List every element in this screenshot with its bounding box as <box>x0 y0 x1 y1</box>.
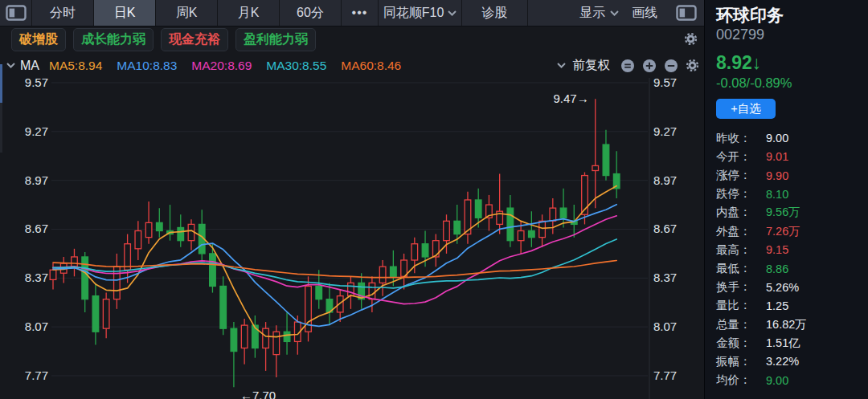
stat-row: 内盘 9.56万 <box>716 203 860 222</box>
ma-legend-item[interactable]: MA60:8.46 <box>341 59 401 73</box>
candle <box>560 208 567 218</box>
kline-plot-area: 9.579.579.279.278.978.978.678.678.378.37… <box>0 78 704 399</box>
candle <box>231 328 237 351</box>
left-scroll-indicator[interactable] <box>0 64 2 103</box>
candle <box>263 328 269 348</box>
y-axis-label-left: 7.77 <box>25 368 48 382</box>
candle <box>82 257 88 299</box>
ma-legend-item[interactable]: MA10:8.83 <box>117 59 177 73</box>
toolbar-tabs: 分时日K周K月K60分 <box>32 0 342 26</box>
tags-settings-gear-icon[interactable] <box>684 32 698 49</box>
panel-layout-icon <box>6 5 27 21</box>
stat-value: 5.26% <box>766 281 799 294</box>
stock-tag[interactable]: 盈利能力弱 <box>235 28 316 51</box>
candle <box>507 208 514 241</box>
add-watchlist-button[interactable]: +自选 <box>716 99 776 119</box>
stat-row: 换手 5.26% <box>716 278 860 296</box>
tab-item[interactable]: 月K <box>218 0 280 26</box>
candle <box>157 222 163 230</box>
price-annotation: ←7.70 <box>240 389 276 399</box>
candle <box>220 286 227 328</box>
stat-label: 换手 <box>716 279 766 295</box>
stat-value: 7.26万 <box>766 224 800 239</box>
ma5-line <box>53 186 616 337</box>
stat-label: 均价 <box>716 373 766 388</box>
ma-legend-item[interactable]: MA5:8.94 <box>49 59 102 73</box>
f10-label: 同花顺F10 <box>383 5 444 22</box>
y-axis-label-right: 8.37 <box>653 271 677 284</box>
y-axis-label-left: 9.27 <box>25 124 48 138</box>
candle <box>103 299 109 328</box>
stock-tag[interactable]: 成长能力弱 <box>73 28 154 51</box>
candle <box>178 227 184 240</box>
zoom-out-icon[interactable] <box>664 59 678 73</box>
draw-line-button[interactable]: 画线 <box>625 0 669 26</box>
stat-row: 金额 1.51亿 <box>716 334 860 352</box>
candle <box>369 283 375 299</box>
stock-tags-row: 破增股成长能力弱现金充裕盈利能力弱 <box>0 26 704 53</box>
y-axis-label-left: 8.97 <box>25 173 48 187</box>
stock-code: 002799 <box>716 26 860 44</box>
chart-settings-gear-icon[interactable] <box>686 59 699 72</box>
stat-row: 量比 1.25 <box>716 296 860 315</box>
stat-label: 金额 <box>716 336 766 351</box>
stat-row: 最低 8.86 <box>716 259 860 278</box>
candle <box>444 221 450 240</box>
f10-menu-button[interactable]: 同花顺F10 <box>379 0 462 26</box>
candle <box>145 222 152 237</box>
y-axis-label-right: 8.07 <box>653 320 677 333</box>
zoom-in-icon[interactable] <box>642 59 657 73</box>
stat-row: 涨停 9.90 <box>716 166 860 185</box>
reset-zoom-icon[interactable] <box>620 59 635 73</box>
layout-toggle-left-button[interactable] <box>0 0 32 26</box>
price-down-arrow-icon: ↓ <box>752 52 762 73</box>
chevron-down-icon[interactable] <box>6 63 15 68</box>
candle <box>592 165 599 170</box>
more-tabs-button[interactable]: ••• <box>342 0 379 26</box>
stat-label: 昨收 <box>716 131 766 146</box>
chevron-down-icon <box>448 10 457 16</box>
stat-row: 外盘 7.26万 <box>716 222 860 241</box>
quote-panel: 环球印务 002799 8.92↓ -0.08/-0.89% +自选 昨收 9.… <box>704 0 868 399</box>
chevron-down-icon <box>610 10 619 16</box>
candle <box>422 244 428 257</box>
chevron-down-icon[interactable] <box>557 63 566 68</box>
ma-legend-item[interactable]: MA20:8.69 <box>191 59 252 73</box>
stock-tag[interactable]: 现金充裕 <box>161 28 228 51</box>
tab-item[interactable]: 分时 <box>32 0 94 26</box>
stock-tag[interactable]: 破增股 <box>11 28 66 51</box>
stat-row: 昨收 9.00 <box>716 129 860 148</box>
candle <box>284 332 290 341</box>
y-axis-label-right: 9.27 <box>653 124 677 138</box>
stat-value: 1.51亿 <box>766 336 800 351</box>
stat-label: 最高 <box>716 242 766 258</box>
stat-row: 振幅 3.22% <box>716 352 860 371</box>
diagnose-stock-button[interactable]: 诊股 <box>462 0 528 26</box>
layout-toggle-right-button[interactable] <box>669 0 704 26</box>
candle <box>210 254 216 287</box>
toolbar-spacer <box>528 0 573 26</box>
y-axis-label-left: 9.57 <box>25 78 48 89</box>
candle <box>475 200 481 218</box>
display-menu-button[interactable]: 显示 <box>573 0 625 26</box>
adjust-mode-selector[interactable]: 前复权 <box>573 57 611 74</box>
kline-chart[interactable]: 9.579.579.279.278.978.978.678.678.378.37… <box>0 78 704 399</box>
stat-label: 涨停 <box>716 168 766 183</box>
left-scroll-track <box>0 103 2 153</box>
price-value: 8.92 <box>716 52 752 73</box>
tab-item[interactable]: 日K <box>94 0 156 26</box>
candle <box>518 231 524 241</box>
stat-value: 3.22% <box>766 355 799 368</box>
indicator-name[interactable]: MA <box>20 59 39 73</box>
current-price: 8.92↓ <box>716 52 860 74</box>
stat-value: 8.10 <box>766 188 788 201</box>
quote-stats: 昨收 9.00 今开 9.01 涨停 9.90 跌停 8.10 内盘 9.56万… <box>716 129 860 390</box>
ma-legend-item[interactable]: MA30:8.55 <box>266 59 326 73</box>
candle <box>379 267 386 283</box>
stat-value: 9.15 <box>766 243 788 256</box>
tab-item[interactable]: 周K <box>156 0 218 26</box>
draw-label: 画线 <box>632 5 657 22</box>
ma-legend: MA5:8.94MA10:8.83MA20:8.69MA30:8.55MA60:… <box>49 59 401 73</box>
tab-item[interactable]: 60分 <box>280 0 342 26</box>
stat-label: 跌停 <box>716 186 766 202</box>
